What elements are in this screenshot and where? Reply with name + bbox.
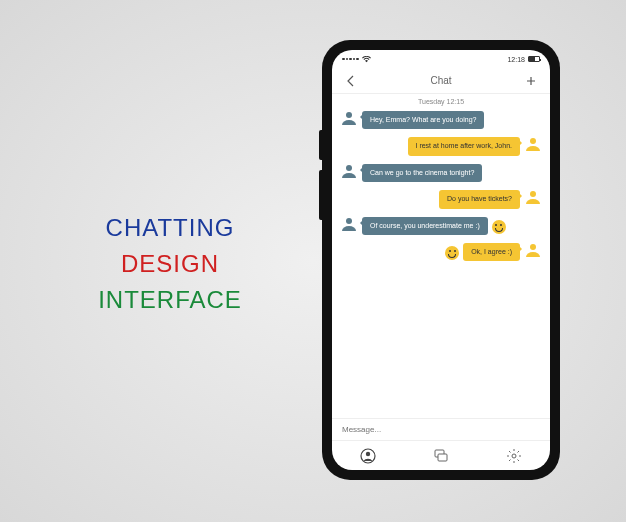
svg-rect-9 [438, 454, 447, 461]
message-row: Hey, Emma? What are you doing? [340, 111, 542, 129]
status-bar: 12:18 [332, 50, 550, 68]
signal-icon [342, 58, 359, 61]
tab-chats[interactable] [433, 448, 449, 464]
nav-bar: Chat [332, 68, 550, 94]
nav-title: Chat [358, 75, 524, 86]
svg-point-3 [530, 191, 536, 197]
message-bubble: Hey, Emma? What are you doing? [362, 111, 484, 129]
avatar-right [524, 243, 542, 257]
svg-point-5 [530, 244, 536, 250]
hero-line-3: INTERFACE [55, 282, 285, 318]
svg-point-1 [530, 138, 536, 144]
message-bubble: Of course, you underestimate me :) [362, 217, 488, 235]
message-input-bar [332, 418, 550, 440]
svg-point-7 [366, 451, 370, 455]
bottom-tabs [332, 440, 550, 470]
message-bubble: Can we go to the cinema tonight? [362, 164, 482, 182]
wifi-icon [362, 56, 371, 63]
status-time: 12:18 [507, 56, 525, 63]
avatar-left [340, 111, 358, 125]
hero-line-1: CHATTING [55, 210, 285, 246]
message-row: I rest at home after work, John. [340, 137, 542, 155]
svg-point-0 [346, 112, 352, 118]
message-row: Can we go to the cinema tonight? [340, 164, 542, 182]
avatar-left [340, 217, 358, 231]
tab-settings[interactable] [506, 448, 522, 464]
svg-point-10 [512, 454, 516, 458]
hero-line-2: DESIGN [55, 246, 285, 282]
phone-screen: 12:18 Chat Tuesday 12:15 Hey, Emma? What… [332, 50, 550, 470]
add-icon[interactable] [524, 74, 538, 88]
message-bubble: Do you have tickets? [439, 190, 520, 208]
message-bubble: Ok, I agree :) [463, 243, 520, 261]
phone-frame: 12:18 Chat Tuesday 12:15 Hey, Emma? What… [322, 40, 560, 480]
message-row: Ok, I agree :) [340, 243, 542, 261]
message-input[interactable] [342, 425, 540, 434]
message-bubble: I rest at home after work, John. [408, 137, 521, 155]
tab-contacts[interactable] [360, 448, 376, 464]
back-icon[interactable] [344, 74, 358, 88]
battery-icon [528, 56, 540, 62]
svg-point-4 [346, 218, 352, 224]
avatar-left [340, 164, 358, 178]
message-list: Hey, Emma? What are you doing? I rest at… [332, 109, 550, 418]
svg-point-2 [346, 165, 352, 171]
message-row: Do you have tickets? [340, 190, 542, 208]
smile-emoji-icon [492, 220, 506, 234]
smile-emoji-icon [445, 246, 459, 260]
message-row: Of course, you underestimate me :) [340, 217, 542, 235]
hero-title: CHATTING DESIGN INTERFACE [55, 210, 285, 318]
date-label: Tuesday 12:15 [332, 94, 550, 109]
avatar-right [524, 137, 542, 151]
avatar-right [524, 190, 542, 204]
